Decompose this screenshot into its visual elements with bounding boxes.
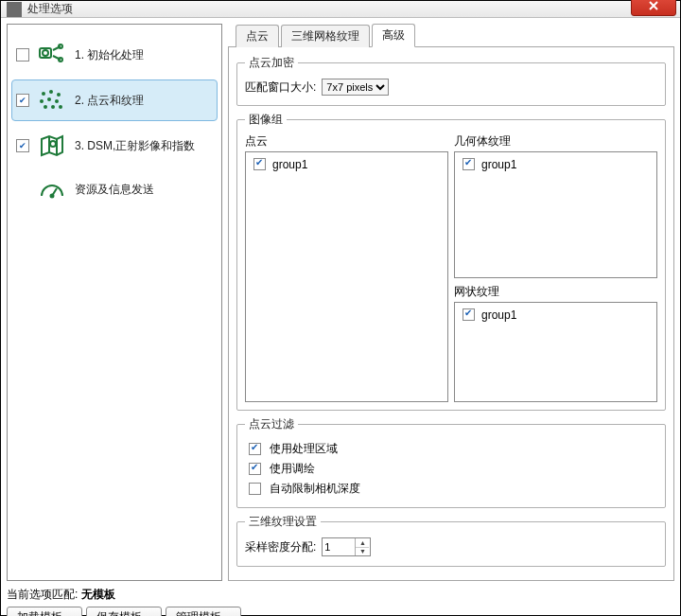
template-match-line: 当前选项匹配: 无模板	[7, 587, 674, 603]
mesh-col-label: 网状纹理	[454, 284, 657, 300]
list-item-label: group1	[481, 308, 516, 322]
load-template-button[interactable]: 加载模板...	[7, 607, 82, 616]
step-initial-checkbox[interactable]	[16, 48, 29, 62]
match-window-label: 匹配窗口大小:	[245, 79, 316, 96]
list-item[interactable]: group1	[457, 154, 655, 174]
step-dsm-checkbox[interactable]: ✔	[16, 139, 29, 152]
map-icon	[38, 133, 66, 158]
gauge-icon	[38, 179, 66, 200]
window-title: 处理选项	[27, 1, 631, 17]
app-icon	[7, 2, 22, 17]
step-label: 资源及信息发送	[75, 182, 154, 198]
group-filter-legend: 点云过滤	[245, 416, 298, 432]
auto-limit-label: 自动限制相机深度	[270, 481, 360, 497]
steps-sidebar: 1. 初始化处理 ✔ 2. 点云和纹理 ✔ 3. DSM,正射影像和指数	[7, 24, 222, 581]
list-item-label: group1	[481, 158, 516, 171]
group-image-groups-legend: 图像组	[245, 112, 287, 128]
mesh-listbox[interactable]: group1	[454, 302, 657, 402]
svg-point-8	[47, 97, 51, 101]
svg-point-9	[55, 99, 59, 103]
titlebar: 处理选项	[1, 1, 680, 18]
pointcloud-listbox[interactable]: group1	[245, 151, 448, 402]
group-image-groups: 图像组 点云 group1	[236, 112, 666, 411]
match-window-select[interactable]: 7x7 pixels	[322, 79, 389, 96]
template-match-prefix: 当前选项匹配:	[7, 588, 81, 601]
use-annotation-checkbox[interactable]	[249, 463, 261, 475]
group-filter: 点云过滤 使用处理区域 使用调绘 自动限制相机深度	[236, 416, 666, 508]
svg-point-12	[59, 105, 62, 109]
svg-point-11	[51, 105, 55, 109]
list-item-checkbox[interactable]	[253, 158, 266, 170]
svg-point-6	[57, 93, 61, 97]
group-densify: 点云加密 匹配窗口大小: 7x7 pixels	[236, 55, 666, 106]
camera-icon	[38, 43, 66, 67]
tab-content-advanced: 点云加密 匹配窗口大小: 7x7 pixels 图像组	[228, 47, 674, 581]
tab-mesh-texture[interactable]: 三维网格纹理	[281, 25, 370, 47]
list-item-checkbox[interactable]	[463, 308, 475, 321]
close-icon	[649, 1, 658, 10]
svg-point-13	[50, 141, 56, 147]
svg-point-5	[49, 90, 53, 94]
sampling-label: 采样密度分配:	[245, 539, 316, 555]
tab-advanced[interactable]: 高级	[372, 24, 415, 47]
step-pointcloud[interactable]: ✔ 2. 点云和纹理	[11, 79, 218, 121]
pointcloud-col-label: 点云	[245, 133, 448, 150]
list-item-checkbox[interactable]	[463, 158, 475, 170]
step-label: 1. 初始化处理	[75, 47, 144, 63]
step-pointcloud-checkbox[interactable]: ✔	[16, 94, 29, 107]
geom-col-label: 几何体纹理	[454, 133, 657, 150]
tab-bar: 点云 三维网格纹理 高级	[228, 24, 674, 47]
use-annotation-label: 使用调绘	[270, 461, 315, 477]
manage-template-button[interactable]: 管理模板...	[166, 607, 241, 616]
group-texture: 三维纹理设置 采样密度分配: ▲▼	[236, 514, 666, 567]
geom-listbox[interactable]: group1	[454, 151, 657, 278]
save-template-button[interactable]: 保存模板...	[86, 607, 162, 616]
list-item[interactable]: group1	[248, 154, 445, 174]
step-initial[interactable]: 1. 初始化处理	[11, 34, 218, 76]
step-dsm[interactable]: ✔ 3. DSM,正射影像和指数	[11, 125, 218, 167]
close-button[interactable]	[631, 0, 676, 16]
sampling-input[interactable]	[323, 538, 355, 555]
list-item-label: group1	[272, 158, 307, 171]
use-area-label: 使用处理区域	[270, 441, 338, 457]
svg-point-7	[40, 99, 44, 103]
tab-pointcloud[interactable]: 点云	[236, 25, 279, 47]
step-label: 2. 点云和纹理	[75, 93, 144, 109]
svg-point-10	[44, 105, 47, 109]
step-label: 3. DSM,正射影像和指数	[75, 138, 195, 154]
svg-point-4	[42, 92, 45, 96]
spinner-up-icon[interactable]: ▲	[356, 538, 369, 548]
svg-point-1	[43, 50, 48, 56]
auto-limit-checkbox[interactable]	[249, 483, 261, 495]
spinner-down-icon[interactable]: ▼	[356, 548, 369, 556]
use-area-checkbox[interactable]	[249, 443, 261, 455]
points-icon	[38, 88, 66, 113]
step-resources[interactable]: 资源及信息发送	[11, 170, 218, 208]
svg-point-14	[51, 195, 54, 198]
list-item[interactable]: group1	[457, 305, 655, 325]
group-texture-legend: 三维纹理设置	[245, 514, 321, 530]
template-match-value: 无模板	[81, 588, 115, 601]
group-densify-legend: 点云加密	[245, 55, 298, 71]
sampling-spinner[interactable]: ▲▼	[322, 537, 371, 556]
